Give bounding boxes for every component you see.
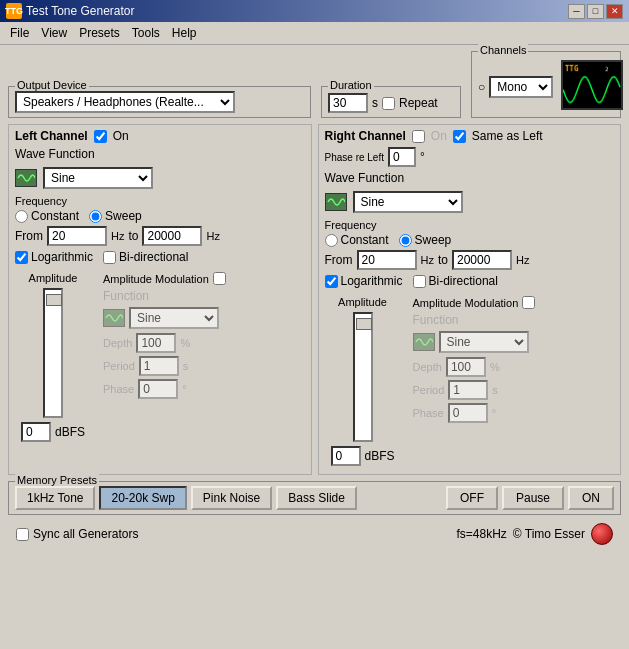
- output-device-select[interactable]: Speakers / Headphones (Realte...: [15, 91, 235, 113]
- on-button[interactable]: ON: [568, 486, 614, 510]
- left-bottom-row: Amplitude 0 dBFS Amplitude Modulation: [15, 268, 305, 446]
- left-mod-wave-icon: [103, 309, 125, 327]
- menu-tools[interactable]: Tools: [126, 24, 166, 42]
- left-bidirectional-label: Bi-directional: [119, 250, 188, 264]
- preset-20-20k-button[interactable]: 20-20k Swp: [99, 486, 186, 510]
- phase-re-row: Phase re Left 0 °: [325, 147, 615, 167]
- right-frequency-label: Frequency: [325, 219, 615, 231]
- right-logarithmic-checkbox[interactable]: [325, 275, 338, 288]
- left-amp-mod-panel: Amplitude Modulation Function Sine: [97, 268, 304, 446]
- left-mod-wave-select[interactable]: Sine: [129, 307, 219, 329]
- duration-input[interactable]: 30: [328, 93, 368, 113]
- memory-presets-group: Memory Presets 1kHz Tone 20-20k Swp Pink…: [8, 481, 621, 515]
- left-amplitude-slider[interactable]: [43, 288, 63, 418]
- right-sweep-label: Sweep: [415, 233, 452, 247]
- menu-help[interactable]: Help: [166, 24, 203, 42]
- left-period-input[interactable]: 1: [139, 356, 179, 376]
- left-logarithmic-label: Logarithmic: [31, 250, 93, 264]
- left-phase-input[interactable]: 0: [138, 379, 178, 399]
- left-channel-title: Left Channel: [15, 129, 88, 143]
- right-from-input[interactable]: 20: [357, 250, 417, 270]
- channels-select[interactable]: MonoStereo: [489, 76, 553, 98]
- left-dbfs-input[interactable]: 0: [21, 422, 51, 442]
- right-dbfs-unit: dBFS: [365, 449, 395, 463]
- left-depth-input[interactable]: 100: [136, 333, 176, 353]
- right-logarithmic-label: Logarithmic: [341, 274, 403, 288]
- repeat-checkbox[interactable]: [382, 97, 395, 110]
- duration-group: Duration 30 s Repeat: [321, 86, 461, 118]
- left-bidirectional-checkbox[interactable]: [103, 251, 116, 264]
- left-constant-label: Constant: [31, 209, 79, 223]
- right-amp-mod-panel: Amplitude Modulation Function Sine: [407, 292, 614, 470]
- main-content: Output Device Speakers / Headphones (Rea…: [0, 45, 629, 553]
- left-channel-on-checkbox[interactable]: [94, 130, 107, 143]
- right-wave-select[interactable]: Sine: [353, 191, 463, 213]
- right-channel-title: Right Channel: [325, 129, 406, 143]
- left-sweep-radio[interactable]: [89, 210, 102, 223]
- left-period-label: Period: [103, 360, 135, 372]
- right-function-label: Function: [413, 313, 459, 327]
- left-wave-icon: [15, 169, 37, 187]
- right-bidirectional-checkbox[interactable]: [413, 275, 426, 288]
- left-to-unit: Hz: [206, 230, 219, 242]
- title-bar: TTG Test Tone Generator ─ □ ✕: [0, 0, 629, 22]
- left-from-input[interactable]: 20: [47, 226, 107, 246]
- right-depth-label: Depth: [413, 361, 442, 373]
- left-channel-panel: Left Channel On Wave Function Sine Frequ…: [8, 124, 312, 475]
- duration-unit: s: [372, 96, 378, 110]
- same-as-left-checkbox[interactable]: [453, 130, 466, 143]
- preset-bass-slide-button[interactable]: Bass Slide: [276, 486, 357, 510]
- right-amp-mod-checkbox[interactable]: [522, 296, 535, 309]
- right-phase-unit: °: [492, 407, 496, 419]
- left-from-unit: Hz: [111, 230, 124, 242]
- right-channel-on-checkbox[interactable]: [412, 130, 425, 143]
- right-depth-input[interactable]: 100: [446, 357, 486, 377]
- left-logarithmic-checkbox[interactable]: [15, 251, 28, 264]
- right-amplitude-panel: Amplitude 0 dBFS: [325, 292, 401, 470]
- right-dbfs-input[interactable]: 0: [331, 446, 361, 466]
- menu-file[interactable]: File: [4, 24, 35, 42]
- right-bottom-row: Amplitude 0 dBFS Amplitude Modulation: [325, 292, 615, 470]
- off-button[interactable]: OFF: [446, 486, 498, 510]
- menu-view[interactable]: View: [35, 24, 73, 42]
- left-function-label: Function: [103, 289, 149, 303]
- phase-re-unit: °: [420, 150, 425, 164]
- repeat-label: Repeat: [399, 96, 438, 110]
- red-ball-icon: [591, 523, 613, 545]
- left-to-label: to: [128, 229, 138, 243]
- left-depth-label: Depth: [103, 337, 132, 349]
- right-to-input[interactable]: 20000: [452, 250, 512, 270]
- left-period-unit: s: [183, 360, 189, 372]
- left-to-input[interactable]: 20000: [142, 226, 202, 246]
- copyright: © Timo Esser: [513, 527, 585, 541]
- right-period-input[interactable]: 1: [448, 380, 488, 400]
- left-channel-on-label: On: [113, 129, 129, 143]
- right-phase-input[interactable]: 0: [448, 403, 488, 423]
- channels-group: Channels ○ MonoStereo: [471, 51, 621, 118]
- channel-section: Left Channel On Wave Function Sine Frequ…: [8, 124, 621, 475]
- left-from-label: From: [15, 229, 43, 243]
- footer: Sync all Generators fs=48kHz © Timo Esse…: [8, 521, 621, 547]
- preset-pink-noise-button[interactable]: Pink Noise: [191, 486, 272, 510]
- close-button[interactable]: ✕: [606, 4, 623, 19]
- right-wave-icon: [325, 193, 347, 211]
- channels-label: Channels: [478, 44, 528, 56]
- maximize-button[interactable]: □: [587, 4, 604, 19]
- phase-re-input[interactable]: 0: [388, 147, 416, 167]
- preset-1khz-button[interactable]: 1kHz Tone: [15, 486, 95, 510]
- right-constant-radio[interactable]: [325, 234, 338, 247]
- right-amplitude-label: Amplitude: [338, 296, 387, 308]
- sync-checkbox[interactable]: [16, 528, 29, 541]
- right-mod-wave-select[interactable]: Sine: [439, 331, 529, 353]
- right-from-unit: Hz: [421, 254, 434, 266]
- right-amplitude-slider[interactable]: [353, 312, 373, 442]
- left-amp-mod-checkbox[interactable]: [213, 272, 226, 285]
- left-sweep-label: Sweep: [105, 209, 142, 223]
- left-constant-radio[interactable]: [15, 210, 28, 223]
- pause-button[interactable]: Pause: [502, 486, 564, 510]
- right-to-label: to: [438, 253, 448, 267]
- minimize-button[interactable]: ─: [568, 4, 585, 19]
- right-sweep-radio[interactable]: [399, 234, 412, 247]
- left-wave-select[interactable]: Sine: [43, 167, 153, 189]
- menu-presets[interactable]: Presets: [73, 24, 126, 42]
